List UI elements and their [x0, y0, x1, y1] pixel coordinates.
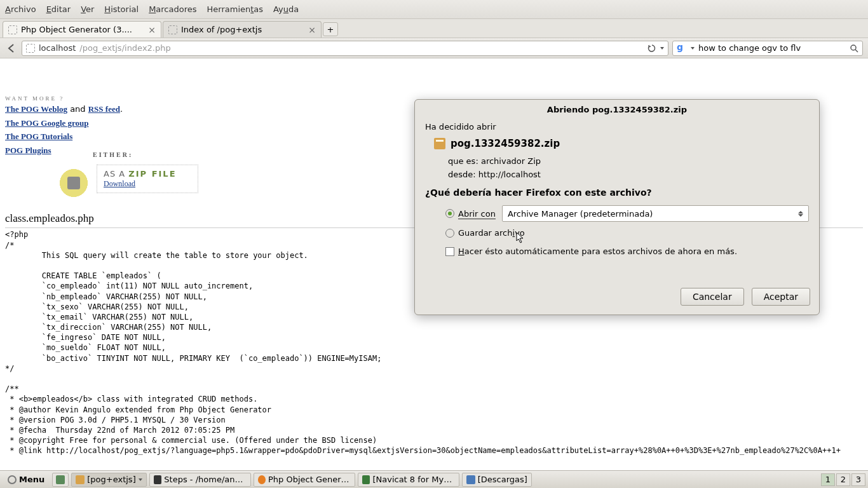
- tab-label: Php Object Generator (3....: [21, 25, 144, 34]
- open-with-label: Abrir con: [458, 209, 496, 219]
- downloads-icon: [466, 475, 475, 484]
- engine-dropdown-icon[interactable]: [691, 47, 695, 50]
- either-label: EITHER:: [93, 151, 198, 158]
- dialog-decided: Ha decidido abrir: [425, 122, 809, 132]
- workspace-3[interactable]: 3: [851, 473, 865, 486]
- workspace-pager: 1 2 3: [821, 473, 865, 486]
- tab-label: Index of /pog+extjs: [181, 25, 304, 34]
- zip-download-box: AS A ZIP FILE Download: [97, 165, 198, 193]
- favicon-icon: [26, 44, 35, 53]
- url-host: localhost: [39, 43, 76, 53]
- search-value: how to change ogv to flv: [698, 43, 846, 53]
- tab-0[interactable]: Php Object Generator (3.... ×: [3, 21, 161, 37]
- task-1[interactable]: Steps - /home/angul...: [149, 473, 251, 487]
- link-weblog[interactable]: The POG Weblog: [5, 104, 67, 114]
- chevron-down-icon: [139, 478, 142, 481]
- menu-icon: [8, 475, 17, 484]
- download-dialog: Abriendo pog.1332459382.zip Ha decidido …: [414, 99, 820, 315]
- close-icon[interactable]: ×: [148, 25, 156, 35]
- svg-line-1: [855, 50, 858, 52]
- desktop-icon: [56, 475, 65, 484]
- menu-marcadores[interactable]: Marcadores: [149, 4, 196, 14]
- google-icon: [677, 43, 687, 53]
- dialog-filename: pog.1332459382.zip: [451, 138, 560, 149]
- taskbar: Menu [pog+extjs] Steps - /home/angul... …: [0, 470, 868, 488]
- radio-save-file[interactable]: [445, 229, 454, 238]
- editor-icon: [154, 475, 162, 484]
- task-2[interactable]: Php Object Generato...: [254, 473, 355, 487]
- link-plugins[interactable]: POG Plugins: [5, 146, 51, 155]
- dropdown-icon[interactable]: [660, 47, 664, 50]
- download-link[interactable]: Download: [104, 179, 135, 188]
- gear-badge-icon: [56, 165, 92, 201]
- favicon-icon: [168, 25, 177, 34]
- navbar: localhost/pog_extjs/index2.php how to ch…: [0, 38, 868, 58]
- dialog-meta: que es: archivador Zip desde: http://loc…: [448, 154, 809, 181]
- menu-ver[interactable]: Ver: [81, 4, 94, 14]
- back-icon: [6, 43, 17, 53]
- svg-point-0: [851, 45, 856, 50]
- url-path: /pog_extjs/index2.php: [79, 43, 170, 53]
- menubar: Archivo Editar Ver Historial Marcadores …: [0, 0, 868, 19]
- save-file-label: Guardar archivo: [458, 228, 525, 238]
- link-tutorials[interactable]: The POG Tutorials: [5, 132, 72, 141]
- menu-herramientas[interactable]: Herramientas: [207, 4, 264, 14]
- search-input[interactable]: how to change ogv to flv: [672, 41, 863, 56]
- close-icon[interactable]: ×: [308, 25, 316, 35]
- link-rss[interactable]: RSS feed: [88, 104, 120, 114]
- firefox-icon: [258, 475, 266, 484]
- cancel-button[interactable]: Cancelar: [681, 288, 744, 306]
- link-google-group[interactable]: The POG Google group: [5, 118, 89, 128]
- task-3[interactable]: [Navicat 8 for MySQL]: [358, 473, 459, 487]
- workspace-1[interactable]: 1: [821, 473, 835, 486]
- task-0[interactable]: [pog+extjs]: [71, 473, 146, 487]
- task-4[interactable]: [Descargas]: [462, 473, 532, 487]
- dialog-question: ¿Qué debería hacer Firefox con este arch…: [425, 187, 809, 198]
- url-input[interactable]: localhost/pog_extjs/index2.php: [22, 41, 668, 56]
- menu-archivo[interactable]: Archivo: [5, 4, 36, 14]
- auto-label: Hacer ésto automáticamente para estos ar…: [458, 247, 737, 256]
- archive-icon: [434, 138, 445, 149]
- tab-1[interactable]: Index of /pog+extjs ×: [163, 21, 322, 37]
- menu-button[interactable]: Menu: [3, 475, 50, 484]
- search-icon[interactable]: [850, 44, 858, 53]
- tabstrip: Php Object Generator (3.... × Index of /…: [0, 19, 868, 38]
- new-tab-button[interactable]: +: [323, 22, 338, 36]
- workspace-2[interactable]: 2: [836, 473, 850, 486]
- checkbox-auto[interactable]: [445, 247, 454, 256]
- dialog-title: Abriendo pog.1332459382.zip: [415, 100, 819, 121]
- radio-open-with[interactable]: [445, 209, 454, 218]
- menu-ayuda[interactable]: Ayuda: [273, 4, 299, 14]
- navicat-icon: [362, 475, 370, 484]
- app-select[interactable]: Archive Manager (predeterminada): [502, 205, 809, 222]
- menu-editar[interactable]: Editar: [46, 4, 71, 14]
- show-desktop-button[interactable]: [52, 473, 69, 487]
- folder-icon: [76, 475, 85, 484]
- back-button[interactable]: [5, 42, 18, 55]
- spinner-icon: [798, 211, 803, 217]
- menu-historial[interactable]: Historial: [104, 4, 139, 14]
- accept-button[interactable]: Aceptar: [752, 288, 810, 306]
- reload-icon[interactable]: [648, 44, 656, 53]
- favicon-icon: [8, 25, 17, 34]
